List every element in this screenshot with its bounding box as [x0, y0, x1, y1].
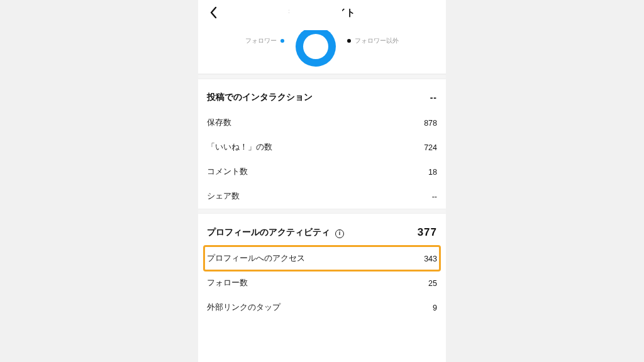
row-value: 18 [428, 168, 437, 177]
section-divider [198, 74, 446, 79]
profile-activity-header: プロフィールのアクティビティ i 377 [207, 214, 437, 246]
row-value: 343 [424, 255, 437, 263]
info-icon[interactable]: i [335, 229, 344, 238]
row-value: 878 [424, 119, 437, 128]
row-value: 724 [424, 143, 437, 152]
interactions-total: -- [430, 92, 437, 102]
legend-non-followers: フォロワー以外 [347, 36, 399, 45]
donut-chart [296, 26, 336, 67]
donut-chart-area: フォロワー フォロワー以外 [198, 25, 446, 74]
back-button[interactable] [203, 0, 223, 25]
row-label: 保存数 [207, 118, 231, 128]
dot-icon [347, 39, 351, 43]
legend-non-followers-label: フォロワー以外 [355, 36, 399, 45]
profile-activity-section: プロフィールのアクティビティ i 377 プロフィールへのアクセス 343 フォ… [198, 214, 446, 320]
list-item: フォロー数 25 [207, 271, 437, 295]
list-item: 保存数 878 [207, 111, 437, 135]
row-value: -- [432, 192, 437, 201]
list-item: 外部リンクのタップ 9 [207, 295, 437, 320]
legend-followers: フォロワー [245, 36, 284, 45]
interactions-title: 投稿でのインタラクション [207, 92, 313, 103]
legend-followers-label: フォロワー [245, 36, 277, 45]
dot-icon [280, 39, 284, 43]
list-item: プロフィールへのアクセス 343 [207, 246, 437, 271]
list-item: シェア数 -- [207, 184, 437, 209]
row-label: シェア数 [207, 191, 240, 202]
row-value: 9 [433, 304, 437, 312]
profile-activity-title-text: プロフィールのアクティビティ [207, 227, 330, 237]
interactions-section: 投稿でのインタラクション -- 保存数 878 「いいね！」の数 724 コメン… [198, 79, 446, 209]
profile-activity-title: プロフィールのアクティビティ i [207, 227, 344, 238]
list-item: コメント数 18 [207, 160, 437, 184]
row-value: 25 [428, 279, 437, 288]
row-label: コメント数 [207, 167, 248, 177]
row-label: 外部リンクのタップ [207, 302, 280, 313]
phone-frame: 投稿インサイト フォロワー フォロワー以外 投稿でのインタラクション -- 保存… [198, 0, 446, 362]
row-label: プロフィールへのアクセス [207, 253, 305, 264]
profile-activity-total: 377 [418, 226, 437, 239]
row-label: フォロー数 [207, 278, 248, 288]
row-label: 「いいね！」の数 [207, 142, 272, 153]
chevron-left-icon [209, 6, 217, 19]
interactions-header: 投稿でのインタラクション -- [207, 79, 437, 111]
section-divider [198, 209, 446, 214]
list-item: 「いいね！」の数 724 [207, 135, 437, 160]
